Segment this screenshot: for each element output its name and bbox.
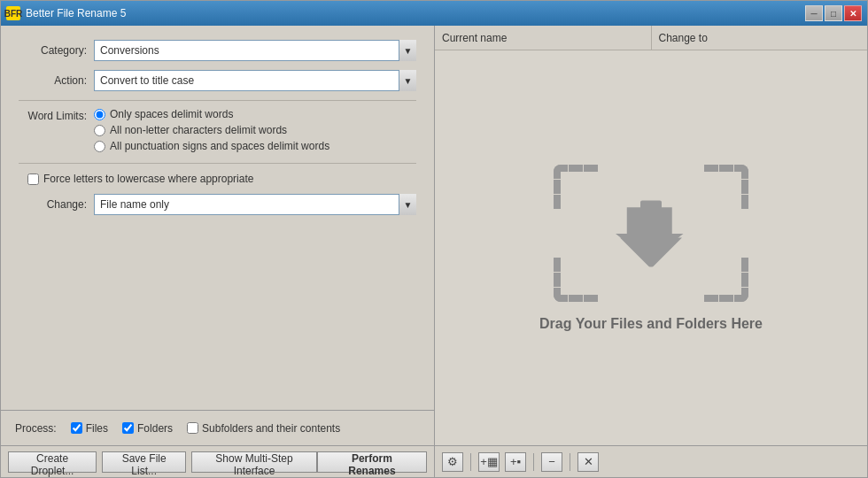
svg-rect-1 xyxy=(640,201,662,238)
radio-option-0: Only spaces delimit words xyxy=(94,108,416,120)
show-multi-step-button[interactable]: Show Multi-Step Interface xyxy=(191,451,317,473)
title-bar: BFR Better File Rename 5 ─ □ ✕ xyxy=(1,1,867,26)
bracket-corner-br xyxy=(704,258,748,302)
main-window: BFR Better File Rename 5 ─ □ ✕ Category:… xyxy=(0,0,868,478)
minimize-button[interactable]: ─ xyxy=(805,5,823,21)
action-combo-wrapper: Convert to title case ▼ xyxy=(94,70,416,91)
form-area: Category: Conversions ▼ Action: Convert … xyxy=(1,26,434,410)
process-bar: Process: Files Folders Subfolders and th… xyxy=(1,410,434,445)
bracket-corner-tl xyxy=(554,165,598,209)
folders-checkbox-label: Folders xyxy=(122,422,173,435)
toolbar-divider-1 xyxy=(470,453,471,471)
radio-option-1: All non-letter characters delimit words xyxy=(94,124,416,136)
change-label: Change: xyxy=(19,198,94,211)
add-file-icon: +▦ xyxy=(480,455,498,468)
left-panel: Category: Conversions ▼ Action: Convert … xyxy=(1,26,435,477)
toolbar-divider-2 xyxy=(533,453,534,471)
add-folder-button[interactable]: +▪ xyxy=(505,452,526,472)
action-label: Action: xyxy=(19,74,94,87)
window-title: Better File Rename 5 xyxy=(26,7,126,19)
action-row: Action: Convert to title case ▼ xyxy=(19,70,416,91)
change-select[interactable]: File name only xyxy=(94,194,416,215)
radio-punctuation[interactable] xyxy=(94,141,105,152)
radio-punctuation-label: All punctuation signs and spaces delimit… xyxy=(110,140,329,152)
save-file-list-button[interactable]: Save File List... xyxy=(102,451,186,473)
force-lowercase-label: Force letters to lowercase where appropr… xyxy=(43,173,253,185)
bracket-container xyxy=(554,165,748,302)
category-row: Category: Conversions ▼ xyxy=(19,40,416,61)
right-toolbar: ⚙ +▦ +▪ − ✕ xyxy=(435,445,867,477)
toolbar-divider-3 xyxy=(570,453,570,471)
category-select[interactable]: Conversions xyxy=(94,40,416,61)
divider-1 xyxy=(19,100,416,101)
action-select[interactable]: Convert to title case xyxy=(94,70,416,91)
drop-arrow-icon xyxy=(616,197,686,270)
process-label: Process: xyxy=(15,422,57,435)
maximize-button[interactable]: □ xyxy=(825,5,842,21)
add-folder-icon: +▪ xyxy=(510,455,521,468)
change-combo-wrapper: File name only ▼ xyxy=(94,194,416,215)
perform-renames-button[interactable]: Perform Renames xyxy=(317,451,427,473)
radio-spaces-label: Only spaces delimit words xyxy=(110,108,233,120)
svg-marker-2 xyxy=(620,238,682,267)
radio-nonletter[interactable] xyxy=(94,125,105,136)
force-lowercase-row: Force letters to lowercase where appropr… xyxy=(27,173,416,185)
clear-button[interactable]: ✕ xyxy=(577,452,599,472)
bracket-corner-bl xyxy=(554,258,598,302)
create-droplet-button[interactable]: Create Droplet... xyxy=(8,451,97,473)
radio-option-2: All punctuation signs and spaces delimit… xyxy=(94,140,416,152)
folders-checkbox[interactable] xyxy=(122,422,134,434)
file-table-header: Current name Change to xyxy=(435,26,867,50)
main-content: Category: Conversions ▼ Action: Convert … xyxy=(1,26,867,477)
files-label: Files xyxy=(86,422,108,435)
gear-button[interactable]: ⚙ xyxy=(442,452,463,472)
checkbox-section: Force letters to lowercase where appropr… xyxy=(19,173,416,185)
drop-zone[interactable]: Drag Your Files and Folders Here xyxy=(435,50,867,445)
force-lowercase-checkbox[interactable] xyxy=(27,173,39,185)
drop-text: Drag Your Files and Folders Here xyxy=(539,316,763,332)
radio-options: Only spaces delimit words All non-letter… xyxy=(94,108,416,156)
subfolders-checkbox[interactable] xyxy=(187,422,198,434)
add-file-button[interactable]: +▦ xyxy=(478,452,500,472)
remove-button[interactable]: − xyxy=(541,452,562,472)
word-limits-row: Word Limits: Only spaces delimit words A… xyxy=(19,108,416,156)
radio-nonletter-label: All non-letter characters delimit words xyxy=(110,124,287,136)
change-row: Change: File name only ▼ xyxy=(19,194,416,215)
current-name-header: Current name xyxy=(435,26,652,50)
button-bar-left: Create Droplet... Save File List... Show… xyxy=(8,451,317,473)
folders-label: Folders xyxy=(137,422,173,435)
button-bar: Create Droplet... Save File List... Show… xyxy=(1,445,434,477)
category-label: Category: xyxy=(19,44,94,57)
subfolders-checkbox-label: Subfolders and their contents xyxy=(187,422,340,435)
bracket-corner-tr xyxy=(704,165,748,209)
radio-spaces[interactable] xyxy=(94,109,105,120)
category-combo-wrapper: Conversions ▼ xyxy=(94,40,416,61)
window-controls: ─ □ ✕ xyxy=(805,5,862,21)
files-checkbox-label: Files xyxy=(71,422,108,435)
right-panel: Current name Change to xyxy=(435,26,867,477)
divider-2 xyxy=(19,163,416,164)
app-icon: BFR xyxy=(6,6,20,20)
files-checkbox[interactable] xyxy=(71,422,82,434)
word-limits-label: Word Limits: xyxy=(19,108,94,122)
title-bar-left: BFR Better File Rename 5 xyxy=(6,6,126,20)
close-button[interactable]: ✕ xyxy=(844,5,862,21)
change-to-header: Change to xyxy=(652,26,868,50)
subfolders-label: Subfolders and their contents xyxy=(202,422,340,435)
